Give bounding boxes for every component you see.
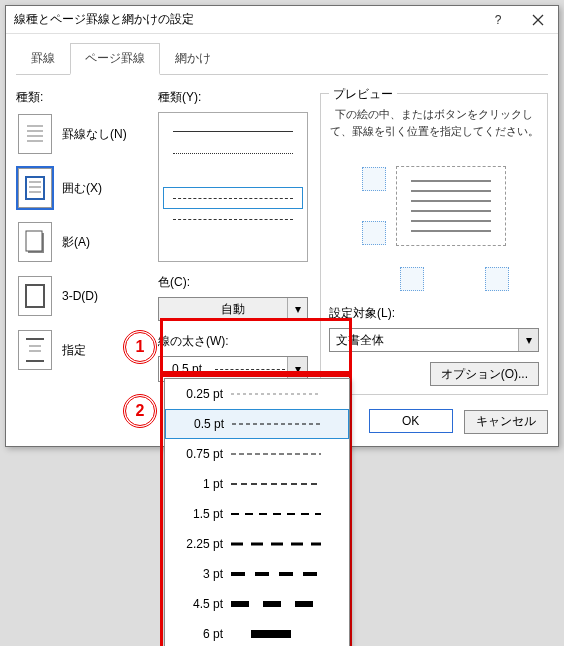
none-icon bbox=[18, 114, 52, 154]
svg-rect-9 bbox=[29, 191, 41, 193]
width-label: 線の太さ(W): bbox=[158, 333, 308, 350]
svg-rect-15 bbox=[29, 345, 41, 347]
style-item[interactable] bbox=[163, 143, 303, 165]
setting-shadow[interactable]: 影(A) bbox=[16, 220, 146, 264]
style-listbox[interactable] bbox=[158, 112, 308, 262]
close-icon bbox=[532, 14, 544, 26]
apply-to-value: 文書全体 bbox=[336, 332, 384, 349]
cancel-button[interactable]: キャンセル bbox=[464, 410, 548, 434]
width-option[interactable]: 3 pt bbox=[165, 559, 349, 589]
bottom-border-button[interactable] bbox=[362, 221, 386, 245]
left-border-button[interactable] bbox=[400, 267, 424, 291]
setting-3d-label: 3-D(D) bbox=[62, 289, 98, 303]
setting-box-label: 囲む(X) bbox=[62, 180, 102, 197]
svg-rect-7 bbox=[29, 181, 41, 183]
style-item[interactable] bbox=[163, 121, 303, 143]
color-label: 色(C): bbox=[158, 274, 308, 291]
preview-page[interactable] bbox=[396, 166, 506, 246]
svg-rect-2 bbox=[27, 125, 43, 127]
style-item[interactable] bbox=[163, 165, 303, 187]
chevron-down-icon: ▾ bbox=[518, 329, 538, 351]
svg-rect-25 bbox=[251, 630, 291, 638]
custom-icon bbox=[18, 330, 52, 370]
tab-bar: 罫線 ページ罫線 網かけ bbox=[16, 42, 548, 75]
tab-shading[interactable]: 網かけ bbox=[160, 43, 226, 75]
width-option[interactable]: 4.5 pt bbox=[165, 589, 349, 619]
style-item-selected[interactable] bbox=[163, 187, 303, 209]
window-title: 線種とページ罫線と網かけの設定 bbox=[14, 11, 478, 28]
svg-rect-11 bbox=[26, 231, 42, 251]
setting-box[interactable]: 囲む(X) bbox=[16, 166, 146, 210]
svg-rect-12 bbox=[26, 285, 44, 307]
svg-rect-5 bbox=[27, 140, 43, 142]
width-dropdown[interactable]: 0.25 pt 0.5 pt 0.75 pt 1 pt 1.5 pt 2.25 … bbox=[164, 378, 350, 646]
width-value: 0.5 pt bbox=[159, 362, 215, 376]
svg-rect-4 bbox=[27, 135, 43, 137]
width-option[interactable]: 1 pt bbox=[165, 469, 349, 499]
style-label: 種類(Y): bbox=[158, 89, 308, 106]
svg-rect-8 bbox=[29, 186, 41, 188]
svg-rect-3 bbox=[27, 130, 43, 132]
three-d-icon bbox=[18, 276, 52, 316]
titlebar: 線種とページ罫線と網かけの設定 ? bbox=[6, 6, 558, 34]
svg-rect-16 bbox=[29, 350, 41, 352]
preview-column: プレビュー 下の絵の中、またはボタンをクリックして、罫線を引く位置を指定してくだ… bbox=[320, 89, 548, 395]
setting-custom[interactable]: 指定 bbox=[16, 328, 146, 372]
settings-label: 種類: bbox=[16, 89, 146, 106]
style-column: 種類(Y): 色(C): 自動 ▾ 線の太さ(W): 0.5 pt bbox=[158, 89, 308, 395]
top-border-button[interactable] bbox=[362, 167, 386, 191]
chevron-down-icon: ▾ bbox=[287, 298, 307, 320]
options-button[interactable]: オプション(O)... bbox=[430, 362, 539, 386]
tab-borders[interactable]: 罫線 bbox=[16, 43, 70, 75]
help-button[interactable]: ? bbox=[478, 6, 518, 34]
close-button[interactable] bbox=[518, 6, 558, 34]
width-option[interactable]: 2.25 pt bbox=[165, 529, 349, 559]
ok-button[interactable]: OK bbox=[369, 409, 453, 433]
setting-3d[interactable]: 3-D(D) bbox=[16, 274, 146, 318]
setting-none-label: 罫線なし(N) bbox=[62, 126, 127, 143]
preview-group: プレビュー 下の絵の中、またはボタンをクリックして、罫線を引く位置を指定してくだ… bbox=[320, 93, 548, 395]
style-item[interactable] bbox=[163, 209, 303, 231]
box-icon bbox=[18, 168, 52, 208]
preview-message: 下の絵の中、またはボタンをクリックして、罫線を引く位置を指定してください。 bbox=[329, 106, 539, 139]
tab-page-border[interactable]: ページ罫線 bbox=[70, 43, 160, 75]
preview-stage bbox=[329, 151, 539, 261]
width-option-selected[interactable]: 0.5 pt bbox=[165, 409, 349, 439]
width-sample-line bbox=[215, 369, 285, 370]
setting-custom-label: 指定 bbox=[62, 342, 86, 359]
preview-legend: プレビュー bbox=[329, 86, 397, 103]
right-border-button[interactable] bbox=[485, 267, 509, 291]
width-option[interactable]: 0.25 pt bbox=[165, 379, 349, 409]
shadow-icon bbox=[18, 222, 52, 262]
setting-none[interactable]: 罫線なし(N) bbox=[16, 112, 146, 156]
color-value: 自動 bbox=[221, 301, 245, 318]
setting-shadow-label: 影(A) bbox=[62, 234, 90, 251]
width-option[interactable]: 0.75 pt bbox=[165, 439, 349, 469]
color-combo[interactable]: 自動 ▾ bbox=[158, 297, 308, 321]
apply-to-label: 設定対象(L): bbox=[329, 305, 539, 322]
width-option[interactable]: 1.5 pt bbox=[165, 499, 349, 529]
width-option[interactable]: 6 pt bbox=[165, 619, 349, 646]
apply-to-combo[interactable]: 文書全体 ▾ bbox=[329, 328, 539, 352]
settings-column: 種類: 罫線なし(N) 囲む(X) 影(A) 3-D(D) bbox=[16, 89, 146, 395]
